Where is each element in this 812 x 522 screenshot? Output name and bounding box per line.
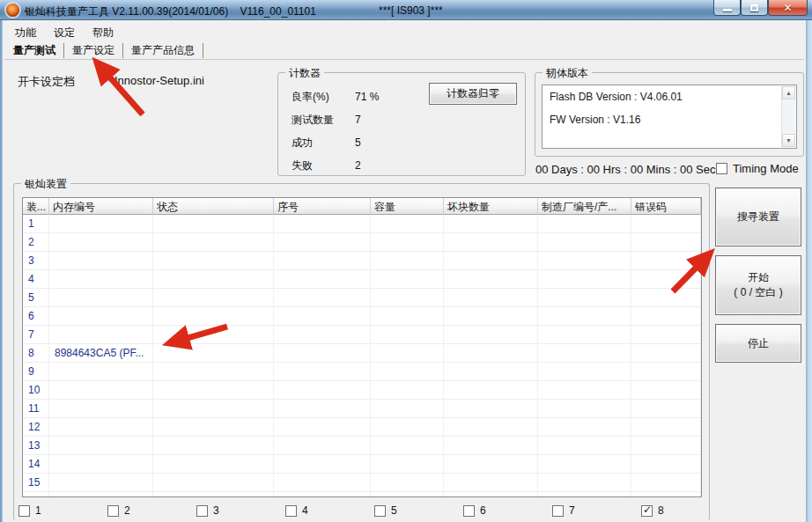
- table-row-2[interactable]: 2: [23, 233, 701, 252]
- table-cell: [631, 363, 701, 380]
- table-row-11[interactable]: 11: [23, 400, 701, 418]
- column-header-4[interactable]: 序号: [274, 198, 371, 215]
- title-bar[interactable]: 银灿科技量产工具 V2.11.00.39(2014/01/06) V116_00…: [0, 0, 812, 20]
- row-number: 10: [23, 381, 49, 399]
- column-header-5[interactable]: 容量: [371, 198, 444, 215]
- checkbox-icon[interactable]: [18, 505, 30, 517]
- tab-3[interactable]: 量产产品信息: [123, 43, 203, 58]
- scrollbar[interactable]: ▲ ▼: [781, 86, 795, 147]
- table-cell: [444, 381, 538, 399]
- table-cell: [49, 492, 153, 497]
- column-header-6[interactable]: 坏块数量: [444, 198, 538, 215]
- table-row-7[interactable]: 7: [23, 326, 701, 344]
- checkbox-icon[interactable]: [641, 505, 653, 517]
- table-cell: [153, 492, 274, 497]
- table-cell: [371, 289, 444, 306]
- table-cell: [153, 215, 274, 232]
- checkbox-icon[interactable]: [374, 505, 386, 517]
- checkbox-icon[interactable]: [107, 505, 119, 517]
- start-button[interactable]: 开始 ( 0 / 空白 ): [715, 255, 801, 315]
- port-checkbox-5[interactable]: 5: [374, 504, 397, 517]
- table-row-6[interactable]: 6: [23, 307, 701, 326]
- checkbox-icon[interactable]: [463, 505, 475, 517]
- tab-2[interactable]: 量产设定: [64, 43, 123, 58]
- table-cell: [444, 252, 538, 269]
- table-row-15[interactable]: 15: [23, 474, 701, 492]
- port-label: 6: [480, 504, 486, 517]
- checkbox-icon[interactable]: [196, 505, 208, 517]
- column-header-7[interactable]: 制造厂编号/产...: [538, 198, 631, 215]
- port-checkbox-6[interactable]: 6: [463, 504, 486, 517]
- table-row-12[interactable]: 12: [23, 418, 701, 437]
- table-row-10[interactable]: 10: [23, 381, 701, 400]
- start-button-line1: 开始: [748, 270, 769, 285]
- port-checkbox-8[interactable]: 8: [641, 504, 664, 517]
- counter-reset-button[interactable]: 计数器归零: [429, 83, 517, 105]
- port-checkbox-4[interactable]: 4: [285, 504, 308, 517]
- table-cell: [444, 307, 538, 325]
- checkbox-icon[interactable]: [552, 505, 564, 517]
- port-checkbox-2[interactable]: 2: [107, 504, 130, 517]
- table-row-16[interactable]: 16: [23, 492, 701, 497]
- column-header-1[interactable]: 装...: [23, 198, 49, 215]
- close-icon: ✕: [783, 3, 792, 13]
- table-cell: [631, 400, 701, 417]
- checkbox-icon[interactable]: [285, 505, 297, 517]
- table-cell: [444, 492, 538, 497]
- maximize-button[interactable]: [741, 0, 768, 16]
- table-cell: [153, 344, 274, 362]
- table-cell: [274, 307, 371, 325]
- row-number: 12: [23, 418, 49, 436]
- column-header-3[interactable]: 状态: [153, 198, 274, 215]
- table-cell: [274, 492, 371, 497]
- close-button[interactable]: ✕: [768, 0, 808, 16]
- table-cell: [371, 363, 444, 380]
- minimize-button[interactable]: [713, 0, 741, 16]
- row-number: 8: [23, 344, 49, 362]
- table-row-1[interactable]: 1: [23, 215, 701, 233]
- table-cell: [274, 326, 371, 343]
- port-checkbox-1[interactable]: 1: [18, 504, 41, 517]
- table-cell: [444, 474, 538, 491]
- table-cell: [274, 437, 371, 454]
- counter-value: 7: [355, 114, 361, 126]
- scroll-up-icon[interactable]: ▲: [782, 86, 795, 99]
- menu-item-1[interactable]: 功能: [7, 25, 44, 40]
- table-cell: [371, 492, 444, 497]
- menu-item-3[interactable]: 帮助: [85, 25, 122, 40]
- port-checkbox-3[interactable]: 3: [196, 504, 219, 517]
- row-number: 1: [23, 215, 49, 232]
- scroll-down-icon[interactable]: ▼: [782, 134, 795, 147]
- table-cell: [153, 289, 274, 306]
- table-cell: [49, 437, 153, 454]
- timing-mode-option[interactable]: Timing Mode: [716, 162, 799, 175]
- menu-item-2[interactable]: 设定: [46, 25, 83, 40]
- table-row-8[interactable]: 88984643CA5 (PF...: [23, 344, 701, 363]
- table-cell: [538, 344, 631, 362]
- device-table[interactable]: 装...内存编号状态序号容量坏块数量制造厂编号/产...错误码 12345678…: [22, 197, 702, 497]
- firmware-list: Flash DB Version : V4.06.01FW Version : …: [542, 85, 797, 149]
- table-cell: [444, 363, 538, 380]
- timing-mode-checkbox[interactable]: [716, 163, 727, 174]
- table-cell: [538, 270, 631, 288]
- table-row-13[interactable]: 13: [23, 437, 701, 455]
- tab-divider: [4, 59, 804, 61]
- stop-button[interactable]: 停止: [715, 324, 801, 363]
- table-row-3[interactable]: 3: [23, 252, 701, 270]
- search-device-button[interactable]: 搜寻装置: [715, 187, 801, 246]
- table-row-5[interactable]: 5: [23, 289, 701, 307]
- table-cell: [444, 455, 538, 473]
- table-cell: [631, 307, 701, 325]
- table-row-9[interactable]: 9: [23, 363, 701, 381]
- tab-1[interactable]: 量产测试: [5, 43, 64, 58]
- column-header-2[interactable]: 内存编号: [49, 198, 153, 215]
- column-header-8[interactable]: 错误码: [631, 198, 701, 215]
- firmware-group-title: 韧体版本: [543, 66, 592, 81]
- row-number: 7: [23, 326, 49, 343]
- table-row-14[interactable]: 14: [23, 455, 701, 474]
- firmware-group: 韧体版本 Flash DB Version : V4.06.01FW Versi…: [535, 72, 804, 157]
- table-row-4[interactable]: 4: [23, 270, 701, 289]
- port-checkbox-7[interactable]: 7: [552, 504, 575, 517]
- table-cell: [631, 289, 701, 306]
- table-cell: [274, 252, 371, 269]
